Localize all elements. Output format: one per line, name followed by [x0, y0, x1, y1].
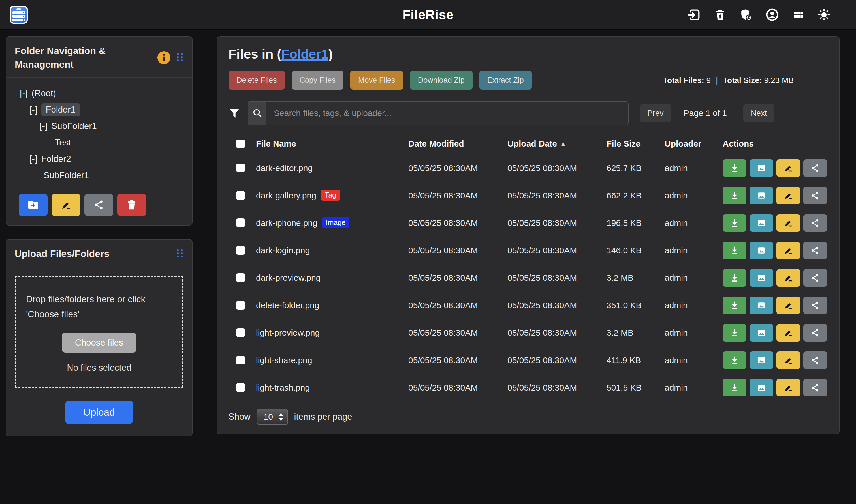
rename-button[interactable]: [776, 324, 800, 342]
download-button[interactable]: [723, 269, 747, 287]
share-button[interactable]: [803, 296, 827, 314]
row-checkbox[interactable]: [236, 164, 245, 172]
folder-tree-item[interactable]: Test: [15, 134, 184, 151]
share-button[interactable]: [803, 159, 827, 177]
rename-button[interactable]: [776, 352, 800, 369]
tree-toggle[interactable]: [-]: [40, 121, 48, 131]
file-name[interactable]: dark-login.png: [256, 246, 310, 255]
admin-button[interactable]: [739, 8, 752, 21]
column-header-uploader[interactable]: Uploader: [658, 139, 716, 148]
preview-button[interactable]: [750, 159, 773, 177]
move-files-button[interactable]: Move Files: [350, 71, 403, 90]
tree-folder-label[interactable]: SubFolder1: [52, 121, 97, 131]
rename-button[interactable]: [776, 379, 800, 396]
folder-tree-item[interactable]: [-] Folder1: [15, 102, 184, 118]
tree-folder-label[interactable]: SubFolder1: [43, 170, 89, 181]
rename-button[interactable]: [776, 159, 800, 177]
share-button[interactable]: [803, 324, 827, 342]
theme-toggle-button[interactable]: [818, 8, 831, 21]
preview-button[interactable]: [750, 187, 773, 204]
rename-button[interactable]: [776, 214, 800, 232]
file-name[interactable]: dark-preview.png: [256, 273, 320, 283]
choose-files-button[interactable]: Choose files: [62, 333, 137, 353]
row-checkbox[interactable]: [236, 191, 245, 200]
download-zip-button[interactable]: Download Zip: [410, 71, 473, 90]
drag-handle-icon[interactable]: [176, 248, 184, 259]
column-header-file-name[interactable]: File Name: [249, 139, 401, 148]
upload-dropzone[interactable]: Drop files/folders here or click 'Choose…: [15, 276, 184, 388]
download-button[interactable]: [723, 352, 747, 369]
preview-button[interactable]: [750, 324, 773, 342]
search-icon[interactable]: [248, 102, 266, 125]
tree-toggle[interactable]: [-]: [30, 105, 37, 115]
preview-button[interactable]: [750, 242, 773, 259]
folder-tree-item[interactable]: [-] (Root): [15, 85, 184, 102]
prev-page-button[interactable]: Prev: [640, 104, 671, 122]
download-button[interactable]: [723, 242, 747, 259]
column-header-upload-date[interactable]: Upload Date ▲: [500, 139, 599, 148]
folder-tree-item[interactable]: [-] SubFolder1: [15, 118, 184, 134]
current-folder-link[interactable]: Folder1: [281, 47, 329, 61]
share-button[interactable]: [803, 187, 827, 204]
tree-folder-label[interactable]: Folder1: [41, 103, 80, 116]
rename-folder-button[interactable]: [52, 194, 81, 216]
row-checkbox[interactable]: [236, 246, 245, 255]
folder-tree-item[interactable]: [-] Folder2: [15, 151, 184, 167]
row-checkbox[interactable]: [236, 328, 245, 337]
preview-button[interactable]: [750, 379, 773, 396]
column-header-file-size[interactable]: File Size: [599, 139, 658, 148]
file-name[interactable]: light-trash.png: [256, 383, 310, 393]
preview-button[interactable]: [750, 214, 773, 232]
next-page-button[interactable]: Next: [743, 104, 774, 122]
file-name[interactable]: delete-folder.png: [256, 301, 319, 310]
download-button[interactable]: [723, 187, 747, 204]
tree-toggle[interactable]: [-]: [20, 88, 28, 98]
preview-button[interactable]: [750, 352, 773, 369]
row-checkbox[interactable]: [236, 218, 245, 227]
tree-folder-label[interactable]: (Root): [32, 88, 56, 98]
row-checkbox[interactable]: [236, 383, 245, 392]
search-input[interactable]: [266, 102, 628, 125]
drag-handle-icon[interactable]: [176, 52, 184, 64]
rename-button[interactable]: [776, 242, 800, 259]
create-folder-button[interactable]: [19, 194, 48, 216]
app-logo[interactable]: [10, 6, 28, 24]
grid-view-button[interactable]: [792, 8, 804, 21]
share-button[interactable]: [803, 242, 827, 259]
file-name[interactable]: light-share.png: [256, 356, 312, 365]
file-name[interactable]: dark-gallery.png: [256, 191, 316, 200]
file-name[interactable]: dark-iphone.png: [256, 218, 317, 228]
share-button[interactable]: [803, 379, 827, 396]
row-checkbox[interactable]: [236, 356, 245, 364]
rename-button[interactable]: [776, 187, 800, 204]
rename-button[interactable]: [776, 296, 800, 314]
delete-files-button[interactable]: Delete Files: [228, 71, 285, 90]
tree-toggle[interactable]: [-]: [30, 154, 37, 164]
share-folder-button[interactable]: [84, 194, 113, 216]
download-button[interactable]: [723, 214, 747, 232]
download-button[interactable]: [723, 296, 747, 314]
folder-info-button[interactable]: [157, 51, 171, 64]
folder-tree-item[interactable]: SubFolder1: [15, 167, 184, 184]
copy-files-button[interactable]: Copy Files: [292, 71, 344, 90]
filter-icon[interactable]: [228, 107, 240, 119]
column-header-date-modified[interactable]: Date Modified: [401, 139, 500, 148]
download-button[interactable]: [723, 324, 747, 342]
delete-folder-button[interactable]: [117, 194, 146, 216]
tree-folder-label[interactable]: Test: [55, 138, 71, 148]
tree-folder-label[interactable]: Folder2: [41, 154, 71, 164]
logout-button[interactable]: [688, 8, 701, 21]
row-checkbox[interactable]: [236, 273, 245, 282]
user-button[interactable]: [765, 8, 779, 21]
share-button[interactable]: [803, 214, 827, 232]
row-checkbox[interactable]: [236, 301, 245, 310]
restore-trash-button[interactable]: [714, 8, 726, 21]
download-button[interactable]: [723, 159, 747, 177]
share-button[interactable]: [803, 269, 827, 287]
download-button[interactable]: [723, 379, 747, 396]
file-name[interactable]: dark-editor.png: [256, 163, 313, 173]
extract-zip-button[interactable]: Extract Zip: [479, 71, 532, 90]
share-button[interactable]: [803, 352, 827, 369]
rename-button[interactable]: [776, 269, 800, 287]
file-name[interactable]: light-preview.png: [256, 328, 320, 338]
